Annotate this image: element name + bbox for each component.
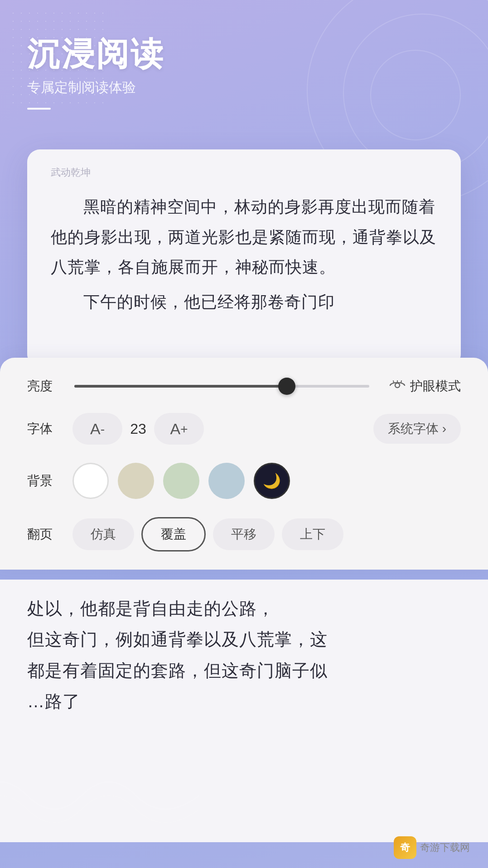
page-turn-options: 仿真 覆盖 平移 上下 bbox=[72, 517, 343, 551]
settings-panel: 亮度 护眼模式 字体 bbox=[0, 358, 488, 570]
moon-icon: 🌙 bbox=[263, 472, 281, 489]
chevron-right-icon: › bbox=[442, 422, 446, 436]
reading-paragraph-2: 下午的时候，他已经将那卷奇门印 bbox=[51, 287, 437, 317]
page-option-slide[interactable]: 平移 bbox=[213, 518, 275, 550]
background-options: 🌙 bbox=[72, 463, 290, 499]
reading-card: 武动乾坤 黑暗的精神空间中，林动的身影再度出现而随着他的身影出现，两道光影也是紧… bbox=[27, 149, 461, 367]
font-row: 字体 A- 23 A+ 系统字体 › bbox=[27, 413, 461, 445]
svg-point-0 bbox=[395, 383, 400, 388]
bottom-line-1: 处以，他都是背自由走的公路， bbox=[27, 593, 461, 624]
bg-option-beige[interactable] bbox=[118, 463, 154, 499]
page-title: 沉浸阅读 bbox=[27, 36, 165, 72]
page-turn-label: 翻页 bbox=[27, 526, 63, 543]
brightness-label: 亮度 bbox=[27, 378, 63, 395]
brightness-thumb[interactable] bbox=[278, 378, 295, 395]
font-increase-button[interactable]: A+ bbox=[154, 413, 204, 445]
watermark-logo: 奇 bbox=[394, 836, 416, 859]
brightness-fill bbox=[74, 385, 287, 388]
background-row: 背景 🌙 bbox=[27, 463, 461, 499]
font-controls: A- 23 A+ 系统字体 › bbox=[72, 413, 461, 445]
hero-section: 沉浸阅读 专属定制阅读体验 bbox=[27, 36, 165, 110]
page-option-vertical[interactable]: 上下 bbox=[282, 518, 343, 550]
eye-icon bbox=[389, 379, 406, 393]
bg-option-white[interactable] bbox=[72, 463, 109, 499]
font-family-button[interactable]: 系统字体 › bbox=[373, 414, 461, 444]
watermark: 奇 奇游下载网 bbox=[394, 836, 470, 859]
bottom-line-3: 都是有着固定的套路，但这奇门脑子似 bbox=[27, 655, 461, 686]
bottom-reading-content: 处以，他都是背自由走的公路， 但这奇门，例如通背拳以及八荒掌，这 都是有着固定的… bbox=[27, 593, 461, 717]
brightness-slider[interactable] bbox=[74, 385, 369, 388]
page-subtitle: 专属定制阅读体验 bbox=[27, 78, 165, 97]
book-title: 武动乾坤 bbox=[51, 166, 437, 179]
bottom-line-4: …路了 bbox=[27, 686, 461, 717]
eye-mode-wrap[interactable]: 护眼模式 bbox=[389, 378, 461, 395]
eye-mode-label: 护眼模式 bbox=[410, 378, 461, 395]
bottom-line-2: 但这奇门，例如通背拳以及八荒掌，这 bbox=[27, 624, 461, 655]
bg-ring-small bbox=[370, 50, 461, 140]
bg-option-blue[interactable] bbox=[208, 463, 245, 499]
brightness-row: 亮度 护眼模式 bbox=[27, 378, 461, 395]
page-turn-row: 翻页 仿真 覆盖 平移 上下 bbox=[27, 517, 461, 551]
bg-option-dark[interactable]: 🌙 bbox=[254, 463, 290, 499]
font-label: 字体 bbox=[27, 420, 63, 437]
bg-option-green[interactable] bbox=[163, 463, 199, 499]
watermark-logo-text: 奇 bbox=[400, 841, 410, 854]
reading-content: 黑暗的精神空间中，林动的身影再度出现而随着他的身影出现，两道光影也是紧随而现，通… bbox=[51, 192, 437, 317]
font-size-display: 23 bbox=[122, 421, 154, 437]
font-family-label: 系统字体 bbox=[388, 420, 439, 437]
watermark-text: 奇游下载网 bbox=[420, 841, 470, 854]
brightness-track bbox=[74, 385, 369, 388]
font-decrease-button[interactable]: A- bbox=[72, 413, 122, 445]
svg-line-1 bbox=[393, 381, 394, 383]
bg-ring-medium bbox=[343, 14, 488, 172]
reading-paragraph-1: 黑暗的精神空间中，林动的身影再度出现而随着他的身影出现，两道光影也是紧随而现，通… bbox=[51, 192, 437, 283]
page-option-cover[interactable]: 覆盖 bbox=[141, 517, 206, 551]
page-option-simulate[interactable]: 仿真 bbox=[72, 518, 134, 550]
bottom-wave-decoration bbox=[0, 750, 199, 841]
svg-line-3 bbox=[401, 381, 401, 383]
title-divider bbox=[27, 108, 51, 110]
background-label: 背景 bbox=[27, 472, 63, 489]
